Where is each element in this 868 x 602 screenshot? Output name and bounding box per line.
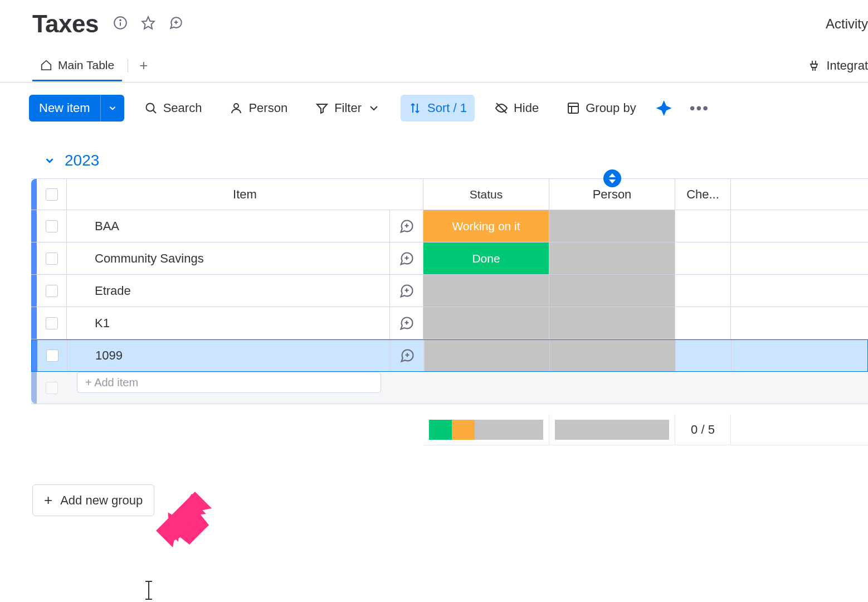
row-checkbox[interactable] bbox=[46, 285, 58, 297]
person-cell[interactable] bbox=[549, 307, 675, 339]
status-cell[interactable]: Done bbox=[423, 242, 549, 274]
search-button[interactable]: Search bbox=[136, 95, 210, 122]
column-header-item[interactable]: Item bbox=[67, 179, 423, 210]
conversation-icon[interactable] bbox=[390, 242, 423, 274]
add-item-row[interactable]: + Add item bbox=[31, 372, 868, 404]
conversation-icon[interactable] bbox=[390, 275, 423, 307]
status-cell[interactable]: Working on it bbox=[423, 210, 549, 242]
svg-marker-3 bbox=[142, 17, 154, 29]
status-cell[interactable] bbox=[423, 275, 549, 307]
tab-main-table[interactable]: Main Table bbox=[32, 59, 122, 81]
table-row[interactable]: Etrade bbox=[31, 275, 868, 307]
group-by-button[interactable]: Group by bbox=[559, 95, 644, 122]
select-all-checkbox[interactable] bbox=[46, 188, 58, 201]
item-name-cell[interactable]: Etrade bbox=[67, 275, 390, 307]
svg-point-6 bbox=[146, 104, 154, 111]
che-cell[interactable] bbox=[675, 275, 731, 307]
group-header[interactable]: 2023 bbox=[0, 122, 868, 178]
row-checkbox[interactable] bbox=[46, 349, 58, 362]
new-item-main[interactable]: New item bbox=[29, 95, 100, 122]
integrate-link[interactable]: Integrat bbox=[807, 59, 868, 73]
table-header-row: Item Status Person Che... bbox=[31, 179, 868, 210]
add-new-group-button[interactable]: + Add new group bbox=[32, 484, 154, 516]
group-summary-row: 0 / 5 bbox=[0, 414, 868, 445]
filter-button[interactable]: Filter bbox=[308, 95, 388, 122]
activity-link[interactable]: Activity bbox=[826, 16, 868, 32]
sort-indicator-icon[interactable] bbox=[603, 169, 621, 187]
item-name-cell[interactable]: 1099 bbox=[67, 340, 391, 371]
column-header-person[interactable]: Person bbox=[549, 179, 675, 210]
che-cell[interactable] bbox=[675, 307, 731, 339]
person-cell[interactable] bbox=[549, 210, 675, 242]
summary-person bbox=[549, 414, 675, 445]
che-cell[interactable] bbox=[675, 210, 731, 242]
che-cell[interactable] bbox=[675, 242, 731, 274]
summary-status bbox=[423, 414, 549, 445]
item-name-cell[interactable]: K1 bbox=[67, 307, 390, 339]
svg-marker-25 bbox=[156, 491, 211, 546]
column-header-che[interactable]: Che... bbox=[675, 179, 731, 210]
svg-point-2 bbox=[120, 20, 121, 21]
person-cell[interactable] bbox=[549, 275, 675, 307]
add-item-input[interactable]: + Add item bbox=[77, 372, 381, 393]
ai-sparkle-icon[interactable] bbox=[656, 100, 672, 116]
conversation-icon[interactable] bbox=[391, 340, 424, 371]
person-filter-button[interactable]: Person bbox=[222, 95, 295, 122]
add-discussion-icon[interactable] bbox=[169, 16, 183, 32]
table-row[interactable]: BAA Working on it bbox=[31, 210, 868, 242]
row-checkbox[interactable] bbox=[46, 220, 58, 232]
conversation-icon[interactable] bbox=[390, 307, 423, 339]
text-cursor-icon bbox=[148, 582, 149, 599]
svg-marker-24 bbox=[162, 497, 206, 542]
che-cell[interactable] bbox=[676, 340, 732, 371]
status-cell[interactable] bbox=[423, 307, 549, 339]
item-name-cell[interactable]: Community Savings bbox=[67, 242, 390, 274]
star-icon[interactable] bbox=[141, 16, 155, 32]
tab-label: Main Table bbox=[58, 59, 114, 72]
table-row[interactable]: 1099 bbox=[31, 339, 868, 372]
group-name[interactable]: 2023 bbox=[65, 152, 99, 169]
row-checkbox bbox=[46, 382, 58, 394]
conversation-icon[interactable] bbox=[390, 210, 423, 242]
item-name-cell[interactable]: BAA bbox=[67, 210, 390, 242]
plus-icon: + bbox=[44, 492, 52, 509]
new-item-dropdown[interactable] bbox=[100, 95, 124, 122]
svg-line-7 bbox=[153, 110, 156, 113]
tab-separator bbox=[128, 59, 128, 72]
person-cell[interactable] bbox=[550, 340, 676, 371]
hide-button[interactable]: Hide bbox=[487, 95, 547, 122]
more-options-button[interactable]: ••• bbox=[684, 99, 715, 117]
summary-che: 0 / 5 bbox=[675, 414, 731, 445]
row-checkbox[interactable] bbox=[46, 253, 58, 265]
add-tab-button[interactable]: + bbox=[134, 57, 153, 82]
person-cell[interactable] bbox=[549, 242, 675, 274]
status-cell[interactable] bbox=[424, 340, 550, 371]
sort-button[interactable]: Sort / 1 bbox=[401, 95, 475, 122]
items-table: Item Status Person Che... BAA Working on… bbox=[31, 178, 868, 404]
new-item-button[interactable]: New item bbox=[29, 95, 124, 122]
svg-point-8 bbox=[234, 104, 238, 108]
row-checkbox[interactable] bbox=[46, 317, 58, 329]
table-row[interactable]: Community Savings Done bbox=[31, 242, 868, 275]
info-icon[interactable] bbox=[113, 16, 128, 32]
svg-marker-23 bbox=[156, 492, 212, 547]
column-header-status[interactable]: Status bbox=[423, 179, 549, 210]
annotation-arrow-icon bbox=[156, 492, 212, 547]
board-title[interactable]: Taxes bbox=[32, 10, 99, 38]
table-row[interactable]: K1 bbox=[31, 307, 868, 339]
svg-rect-10 bbox=[568, 103, 578, 113]
